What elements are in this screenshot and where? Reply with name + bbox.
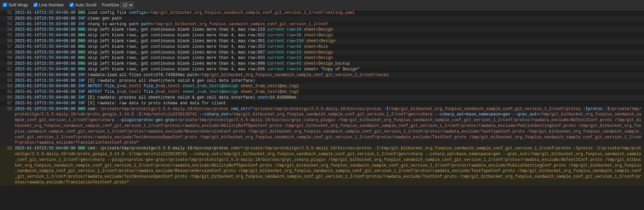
auto-scroll-checkbox[interactable] [69,3,74,7]
log-line: 662023-01-19T15:55:04+08:00 INF [E] rawd… [0,95,644,101]
log-content: 2023-01-19T15:55:03+08:00 DBG load confi… [15,10,643,16]
line-number: 63 [1,78,12,84]
log-container: 512023-01-19T15:55:03+08:00 DBG load con… [0,10,644,210]
line-number: 58 [1,50,12,56]
toolbar: Soft Wrap Line Number Auto Scroll FontSi… [0,0,644,10]
log-content: 2023-01-19T15:55:04+08:00 DBG skip left … [15,55,643,61]
font-size-select[interactable]: 10 11 12 13 14 16 18 20 [120,2,134,8]
log-line: 652023-01-19T15:55:04+08:00 INF ABTEST f… [0,89,644,95]
line-number: 52 [1,16,12,22]
line-number: 68 [1,106,12,112]
log-line: 682023-01-19T15:55:04+08:00 DBG cmd: /pr… [0,106,644,146]
log-line: 622023-01-19T15:55:04+08:00 INF rawdata:… [0,72,644,78]
log-line: 552023-01-19T15:55:04+08:00 DBG skip lef… [0,33,644,38]
log-content: 2023-01-19T15:55:04+08:00 INF ABTEST fil… [15,83,643,89]
line-number: 65 [1,89,12,95]
line-number: 51 [1,10,12,16]
log-line: 582023-01-19T15:55:04+08:00 DBG skip lef… [0,50,644,56]
soft-wrap-checkbox[interactable] [3,3,7,7]
log-content: 2023-01-19T15:55:04+08:00 INF [S] rawdat… [15,78,643,84]
log-line: 692023-01-19T15:55:04+08:00 DBG cmd: /pr… [0,146,644,185]
log-content: 2023-01-19T15:55:04+08:00 DBG skip left … [15,67,643,72]
log-content: 2023-01-19T15:55:04+08:00 DBG skip left … [15,27,643,33]
log-line: 672023-01-19T15:55:04+08:00 INF [S] rawd… [0,101,644,106]
log-content: 2023-01-19T15:55:04+08:00 INF [S] rawdat… [15,101,643,106]
log-content: 2023-01-19T15:55:04+08:00 DBG skip left … [15,44,643,50]
line-number: 56 [1,38,12,44]
log-content: 2023-01-19T15:55:04+08:00 DBG skip left … [15,33,643,38]
line-number: 55 [1,33,12,38]
line-number: 54 [1,27,12,33]
line-number: 67 [1,101,12,106]
log-line: 562023-01-19T15:55:04+08:00 DBG skip lef… [0,38,644,44]
log-line: 642023-01-19T15:55:04+08:00 INF ABTEST f… [0,83,644,89]
line-number-text: Line Number [39,2,64,7]
line-number-label[interactable]: Line Number [33,2,64,7]
log-line: 572023-01-19T15:55:04+08:00 DBG skip lef… [0,44,644,50]
line-number: 62 [1,72,12,78]
line-number: 53 [1,22,12,27]
auto-scroll-label[interactable]: Auto Scroll [69,2,96,7]
log-content: 2023-01-19T15:55:03+08:00 INF chang to w… [15,22,643,27]
log-line: 592023-01-19T15:55:04+08:00 DBG skip lef… [0,55,644,61]
line-number: 66 [1,95,12,101]
log-content: 2023-01-19T15:55:04+08:00 DBG skip left … [15,38,643,44]
log-line: 612023-01-19T15:55:04+08:00 DBG skip lef… [0,67,644,72]
soft-wrap-text: Soft Wrap [8,2,28,7]
line-number: 57 [1,44,12,50]
line-number: 59 [1,55,12,61]
log-content: 2023-01-19T15:55:04+08:00 DBG skip left … [15,50,643,56]
log-line: 542023-01-19T15:55:04+08:00 DBG skip lef… [0,27,644,33]
line-number: 69 [1,146,12,151]
line-number-checkbox[interactable] [33,3,38,7]
log-line: 632023-01-19T15:55:04+08:00 INF [S] rawd… [0,78,644,84]
log-content: 2023-01-19T15:55:04+08:00 INF rawdata:lo… [15,72,643,78]
line-number: 60 [1,61,12,67]
log-line: 602023-01-19T15:55:04+08:00 DBG skip lef… [0,61,644,67]
font-size-label: FontSize 10 11 12 13 14 16 18 20 [102,2,134,8]
auto-scroll-text: Auto Scroll [75,2,96,7]
line-number: 64 [1,83,12,89]
line-number: 61 [1,67,12,72]
log-content: 2023-01-19T15:55:03+08:00 INF clean gen … [15,16,643,22]
log-content: 2023-01-19T15:55:04+08:00 DBG skip left … [15,61,643,67]
log-line: 512023-01-19T15:55:03+08:00 DBG load con… [0,10,644,16]
soft-wrap-label[interactable]: Soft Wrap [3,2,28,7]
log-content: 2023-01-19T15:55:04+08:00 INF ABTEST fil… [15,89,643,95]
log-content: 2023-01-19T15:55:04+08:00 DBG cmd: /priv… [15,146,643,185]
log-line: 522023-01-19T15:55:03+08:00 INF clean ge… [0,16,644,22]
log-line: 532023-01-19T15:55:03+08:00 INF chang to… [0,22,644,27]
log-content: 2023-01-19T15:55:04+08:00 DBG cmd: /priv… [15,106,643,146]
font-size-text: FontSize [102,2,119,7]
log-content: 2023-01-19T15:55:04+08:00 INF [E] rawdat… [15,95,643,101]
